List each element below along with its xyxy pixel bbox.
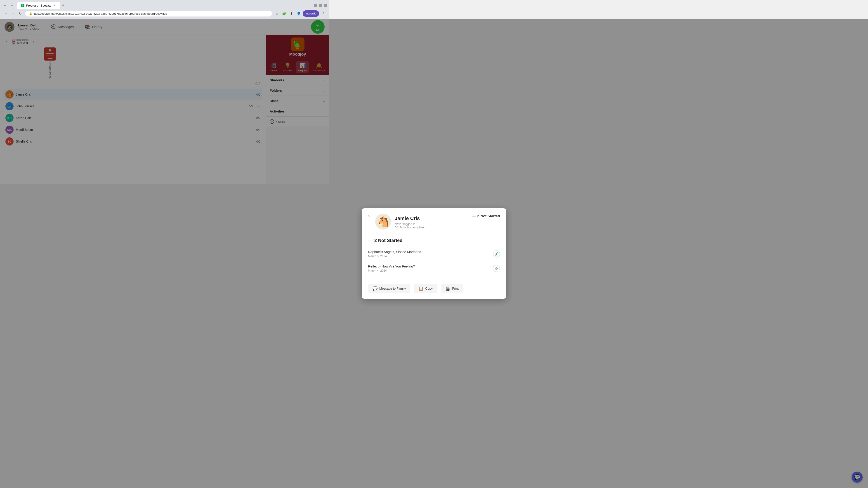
minimize-button[interactable] xyxy=(314,4,317,7)
profile-button[interactable]: 👤 xyxy=(296,10,302,17)
download-button[interactable]: ⬇ xyxy=(288,10,294,17)
back-button[interactable]: ← xyxy=(2,2,8,8)
tab-bar: ← → S Progress - Seesaw × + xyxy=(0,0,329,9)
browser-nav-buttons: ← → xyxy=(2,2,16,8)
tab-favicon: S xyxy=(21,4,24,7)
modal-overlay[interactable]: × 🐴 Jamie Cris Never logged In 0/2 Activ… xyxy=(0,19,329,184)
browser-tab[interactable]: S Progress - Seesaw × xyxy=(17,2,60,9)
url-text: app.seesaw.me/#/class/class.e01bf4c2-9a2… xyxy=(34,12,268,15)
close-window-button[interactable] xyxy=(324,4,327,7)
incognito-button[interactable]: Incognito xyxy=(303,10,319,17)
tab-title: Progress - Seesaw xyxy=(26,4,51,7)
address-nav-buttons: ← → ↻ xyxy=(3,10,24,17)
address-bar: ← → ↻ 🔒 app.seesaw.me/#/class/class.e01b… xyxy=(0,9,329,19)
url-bar[interactable]: 🔒 app.seesaw.me/#/class/class.e01bf4c2-9… xyxy=(25,11,272,17)
window-controls xyxy=(314,4,327,7)
extensions-button[interactable]: 🧩 xyxy=(281,10,287,17)
nav-back[interactable]: ← xyxy=(3,10,9,17)
bookmark-button[interactable]: ☆ xyxy=(274,10,280,17)
forward-button[interactable]: → xyxy=(9,2,16,8)
lock-icon: 🔒 xyxy=(29,12,32,15)
menu-button[interactable]: ⋮ xyxy=(320,10,327,17)
maximize-button[interactable] xyxy=(319,4,322,7)
nav-forward[interactable]: → xyxy=(10,10,16,17)
address-actions: ☆ 🧩 ⬇ 👤 Incognito ⋮ xyxy=(274,10,327,17)
browser-chrome: ← → S Progress - Seesaw × + ← → ↻ 🔒 app.… xyxy=(0,0,329,19)
nav-reload[interactable]: ↻ xyxy=(17,10,24,17)
tab-close-button[interactable]: × xyxy=(53,4,57,7)
new-tab-button[interactable]: + xyxy=(60,2,66,8)
